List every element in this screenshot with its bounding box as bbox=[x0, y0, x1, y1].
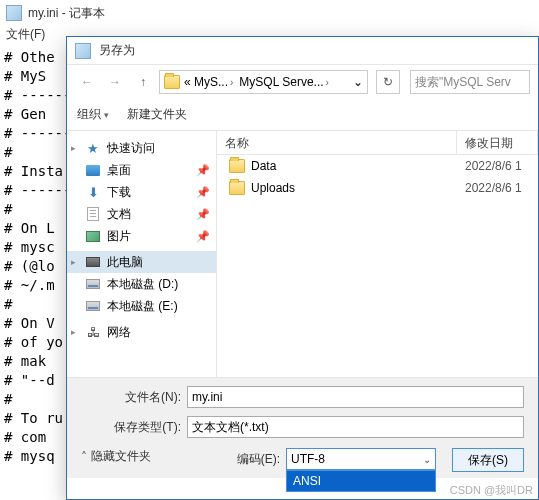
file-row[interactable]: Data 2022/8/6 1 bbox=[217, 155, 538, 177]
desktop-icon bbox=[86, 165, 100, 176]
network-icon: 🖧 bbox=[85, 324, 101, 340]
watermark: CSDN @我叫DR bbox=[450, 483, 533, 498]
notepad-titlebar: my.ini - 记事本 bbox=[0, 0, 539, 26]
sidebar-item-pictures[interactable]: 图片 📌 bbox=[67, 225, 216, 247]
savetype-select[interactable] bbox=[187, 416, 524, 438]
notepad-title-text: my.ini - 记事本 bbox=[28, 5, 105, 22]
pictures-icon bbox=[86, 231, 100, 242]
chevron-down-icon: ⌄ bbox=[423, 454, 431, 465]
sidebar-item-downloads[interactable]: ⬇ 下载 📌 bbox=[67, 181, 216, 203]
refresh-button[interactable]: ↻ bbox=[376, 70, 400, 94]
chevron-right-icon: › bbox=[230, 77, 233, 88]
col-header-name[interactable]: 名称 bbox=[217, 131, 457, 154]
expand-icon[interactable]: ▸ bbox=[71, 143, 76, 153]
sidebar-item-quickaccess[interactable]: ▸ ★ 快速访问 bbox=[67, 137, 216, 159]
folder-icon bbox=[229, 181, 245, 195]
sidebar-item-documents[interactable]: 文档 📌 bbox=[67, 203, 216, 225]
notepad-icon bbox=[6, 5, 22, 21]
sidebar-item-network[interactable]: ▸ 🖧 网络 bbox=[67, 321, 216, 343]
dialog-titlebar: 另存为 bbox=[67, 37, 538, 65]
disk-icon bbox=[86, 279, 100, 289]
new-folder-button[interactable]: 新建文件夹 bbox=[127, 106, 187, 123]
chevron-down-icon[interactable]: ⌄ bbox=[353, 75, 363, 89]
dialog-title-text: 另存为 bbox=[99, 42, 135, 59]
sidebar-item-desktop[interactable]: 桌面 📌 bbox=[67, 159, 216, 181]
folder-icon bbox=[229, 159, 245, 173]
document-icon bbox=[87, 207, 99, 221]
hide-folders-toggle[interactable]: 隐藏文件夹 bbox=[81, 448, 151, 465]
expand-icon[interactable]: ▸ bbox=[71, 327, 76, 337]
download-icon: ⬇ bbox=[85, 184, 101, 200]
encoding-option-ansi[interactable]: ANSI bbox=[287, 471, 435, 491]
sidebar-item-thispc[interactable]: ▸ 此电脑 bbox=[67, 251, 216, 273]
up-button[interactable]: ↑ bbox=[131, 70, 155, 94]
file-list-header: 名称 修改日期 bbox=[217, 131, 538, 155]
search-input[interactable]: 搜索"MySQL Serv bbox=[410, 70, 530, 94]
organize-menu[interactable]: 组织 bbox=[77, 106, 109, 123]
expand-icon[interactable]: ▸ bbox=[71, 257, 76, 267]
filename-input[interactable] bbox=[187, 386, 524, 408]
chevron-right-icon: › bbox=[326, 77, 329, 88]
disk-icon bbox=[86, 301, 100, 311]
file-list[interactable]: 名称 修改日期 Data 2022/8/6 1 Uploads 2022/8/6… bbox=[217, 131, 538, 377]
encoding-dropdown: ANSI bbox=[286, 470, 436, 492]
encoding-select[interactable]: UTF-8 ⌄ bbox=[286, 448, 436, 470]
encoding-label: 编码(E): bbox=[237, 448, 280, 468]
sidebar: ▸ ★ 快速访问 桌面 📌 ⬇ 下载 📌 文档 📌 bbox=[67, 131, 217, 377]
col-header-date[interactable]: 修改日期 bbox=[457, 131, 538, 154]
save-button[interactable]: 保存(S) bbox=[452, 448, 524, 472]
pin-icon: 📌 bbox=[196, 230, 210, 243]
nav-row: ← → ↑ « MyS... › MySQL Serve... › ⌄ ↻ 搜索… bbox=[67, 65, 538, 99]
back-button[interactable]: ← bbox=[75, 70, 99, 94]
bottom-pane: 文件名(N): 保存类型(T): 隐藏文件夹 编码(E): UTF-8 ⌄ AN… bbox=[67, 377, 538, 478]
folder-icon bbox=[164, 75, 180, 89]
dialog-icon bbox=[75, 43, 91, 59]
dialog-toolbar: 组织 新建文件夹 bbox=[67, 99, 538, 131]
pin-icon: 📌 bbox=[196, 186, 210, 199]
star-icon: ★ bbox=[85, 140, 101, 156]
savetype-label: 保存类型(T): bbox=[81, 419, 181, 436]
breadcrumb[interactable]: « MyS... › MySQL Serve... › ⌄ bbox=[159, 70, 368, 94]
sidebar-item-disk-e[interactable]: 本地磁盘 (E:) bbox=[67, 295, 216, 317]
forward-button: → bbox=[103, 70, 127, 94]
path-seg-folder[interactable]: MySQL Serve... › bbox=[237, 75, 331, 89]
path-seg-root[interactable]: « MyS... › bbox=[182, 75, 235, 89]
computer-icon bbox=[86, 257, 100, 267]
sidebar-item-disk-d[interactable]: 本地磁盘 (D:) bbox=[67, 273, 216, 295]
pin-icon: 📌 bbox=[196, 164, 210, 177]
pin-icon: 📌 bbox=[196, 208, 210, 221]
save-as-dialog: 另存为 ← → ↑ « MyS... › MySQL Serve... › ⌄ … bbox=[66, 36, 539, 500]
file-row[interactable]: Uploads 2022/8/6 1 bbox=[217, 177, 538, 199]
filename-label: 文件名(N): bbox=[81, 389, 181, 406]
